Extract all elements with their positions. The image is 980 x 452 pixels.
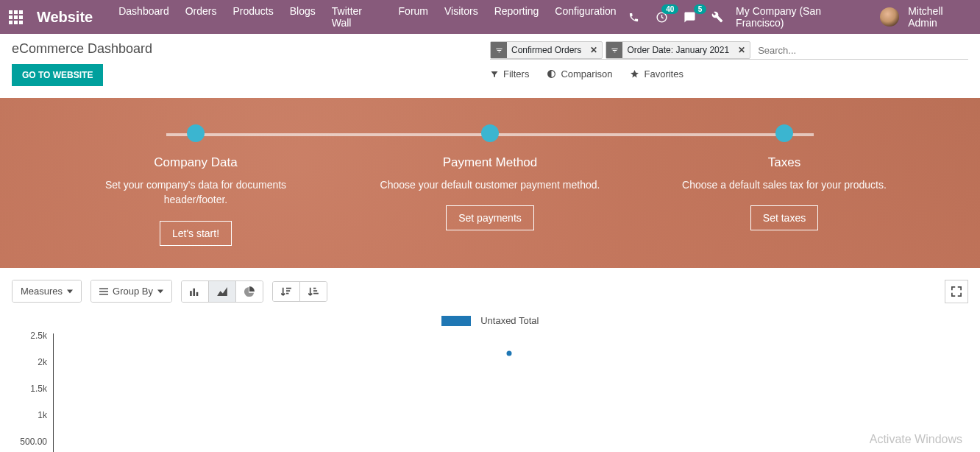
favorites-button[interactable]: Favorites [630,68,683,80]
chat-badge: 5 [694,4,707,14]
step-desc: Set your company's data for documents he… [85,177,306,208]
nav-products[interactable]: Products [225,0,282,39]
chart-toolbar: Measures Group By [0,268,980,315]
nav-configuration[interactable]: Configuration [547,0,624,39]
sort-desc-button[interactable] [273,282,300,301]
step-title: Payment Method [380,155,600,170]
legend-label: Untaxed Total [480,315,539,326]
ytick: 2k [12,357,47,367]
page-title: eCommerce Dashboard [12,41,152,57]
nav-orders[interactable]: Orders [177,0,225,39]
step-payment-method: Payment Method Choose your default custo… [380,124,600,246]
watermark: Activate Windows [870,433,962,446]
search-input[interactable] [753,41,968,59]
nav-twitter-wall[interactable]: Twitter Wall [324,0,391,39]
step-taxes: Taxes Choose a default sales tax for you… [674,124,895,246]
line-chart-button[interactable] [209,281,236,302]
plot [53,333,968,452]
legend-swatch [441,316,471,326]
ytick: 1.5k [12,384,47,394]
step-dot [481,124,499,142]
search-bar: Confirmed Orders ✕ Order Date: January 2… [490,41,968,60]
facet-label: Order Date: January 2021 [622,45,734,55]
clock-badge: 40 [661,4,678,14]
step-title: Taxes [674,155,895,170]
measures-label: Measures [21,286,63,297]
chart-legend: Untaxed Total [12,315,968,327]
main-nav: Dashboard Orders Products Blogs Twitter … [110,0,624,39]
filter-facet-confirmed: Confirmed Orders ✕ [490,41,603,59]
step-desc: Choose a default sales tax for your prod… [674,177,895,192]
svg-rect-2 [193,288,195,295]
comparison-button[interactable]: Comparison [547,68,612,80]
step-desc: Choose your default customer payment met… [380,177,600,192]
measures-button[interactable]: Measures [13,280,81,302]
expand-button[interactable] [945,280,968,303]
onboarding-banner: Company Data Set your company's data for… [0,98,980,268]
ytick: 1k [12,410,47,420]
control-row: eCommerce Dashboard GO TO WEBSITE Confir… [0,34,980,86]
go-to-website-button[interactable]: GO TO WEBSITE [12,64,103,86]
facet-remove[interactable]: ✕ [734,45,750,55]
tools-icon[interactable] [708,7,727,27]
favorites-label: Favorites [644,68,683,80]
nav-forum[interactable]: Forum [391,0,436,39]
funnel-icon [606,42,622,58]
filter-facet-orderdate: Order Date: January 2021 ✕ [606,41,750,59]
facet-remove[interactable]: ✕ [586,45,602,55]
chat-icon[interactable]: 5 [680,7,699,27]
chart: 2.5k 2k 1.5k 1k 500.00 [12,331,968,452]
avatar[interactable] [880,7,899,27]
nav-visitors[interactable]: Visitors [436,0,486,39]
step-button-taxes[interactable]: Set taxes [750,205,818,230]
topbar: Website Dashboard Orders Products Blogs … [0,0,980,34]
funnel-icon [491,42,507,58]
apps-icon[interactable] [6,7,26,27]
groupby-button[interactable]: Group By [91,280,171,302]
brand[interactable]: Website [37,9,93,26]
step-title: Company Data [85,155,306,170]
facet-label: Confirmed Orders [507,45,586,55]
bar-chart-button[interactable] [182,281,209,302]
step-button-company[interactable]: Let's start! [160,221,232,246]
phone-icon[interactable] [625,7,644,27]
pie-chart-button[interactable] [236,281,263,302]
datapoint [507,351,512,356]
ytick: 2.5k [12,331,47,341]
filters-label: Filters [503,68,529,80]
step-dot [187,124,205,142]
chart-area: Untaxed Total 2.5k 2k 1.5k 1k 500.00 Act… [0,315,980,452]
step-button-payment[interactable]: Set payments [446,205,534,230]
svg-rect-1 [190,291,192,296]
step-company-data: Company Data Set your company's data for… [85,124,306,246]
nav-dashboard[interactable]: Dashboard [110,0,177,39]
search-options: Filters Comparison Favorites [490,60,968,82]
comparison-label: Comparison [561,68,612,80]
groupby-label: Group By [113,286,153,297]
svg-rect-3 [196,292,199,295]
ytick: 500.00 [12,437,47,447]
nav-reporting[interactable]: Reporting [486,0,547,39]
filters-button[interactable]: Filters [490,68,529,80]
company-switcher[interactable]: My Company (San Francisco) [736,5,871,29]
clock-icon[interactable]: 40 [653,7,672,27]
nav-blogs[interactable]: Blogs [282,0,324,39]
user-menu[interactable]: Mitchell Admin [908,5,974,29]
step-dot [775,124,793,142]
topbar-right: 40 5 My Company (San Francisco) Mitchell… [625,5,974,29]
sort-asc-button[interactable] [300,282,327,301]
